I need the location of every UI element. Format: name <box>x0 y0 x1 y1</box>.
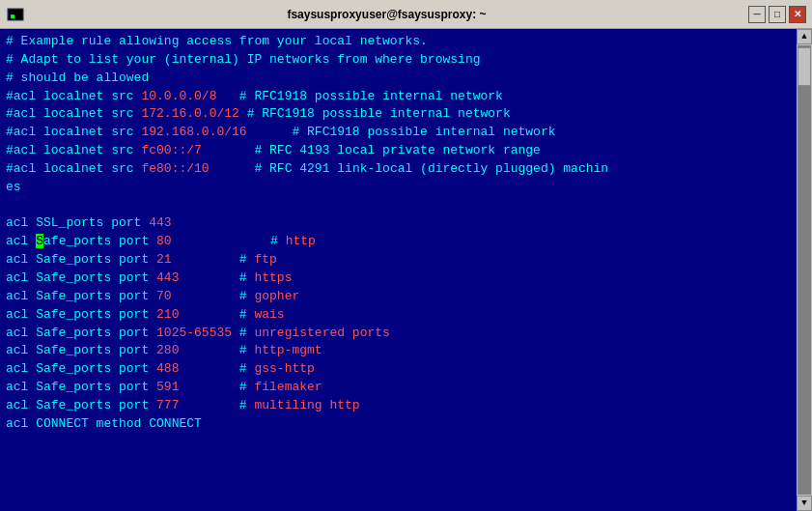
terminal-line-2: # Adapt to list your (internal) IP netwo… <box>6 51 791 70</box>
terminal-line-3: # should be allowed <box>6 70 791 88</box>
maximize-button[interactable]: □ <box>769 6 786 23</box>
app-icon: ■ <box>6 5 25 24</box>
terminal-line-16: acl Safe_ports port 210 # wais <box>6 306 791 325</box>
terminal-line-14: acl Safe_ports port 443 # https <box>6 270 791 288</box>
scrollbar-track[interactable] <box>798 45 811 495</box>
terminal-line-15: acl Safe_ports port 70 # gopher <box>6 288 791 306</box>
terminal-line-10 <box>6 197 791 215</box>
close-button[interactable]: ✕ <box>789 6 806 23</box>
window-controls: ─ □ ✕ <box>748 6 806 23</box>
terminal-line-11: acl SSL_ports port 443 <box>6 214 791 233</box>
minimize-button[interactable]: ─ <box>748 6 766 23</box>
terminal-line-18: acl Safe_ports port 280 # http-mgmt <box>6 342 791 360</box>
terminal-line-13: acl Safe_ports port 21 # ftp <box>6 251 791 270</box>
scrollbar[interactable]: ▲ ▼ <box>797 29 812 511</box>
window-title: fsaysusproxyuser@fsaysusproxy: ~ <box>25 8 748 21</box>
terminal-line-1: # Example rule allowing access from your… <box>6 33 791 51</box>
terminal-line-8: #acl localnet src fe80::/10 # RFC 4291 l… <box>6 160 791 179</box>
terminal-line-21: acl Safe_ports port 777 # multiling http <box>6 397 791 415</box>
terminal-line-4: #acl localnet src 10.0.0.0/8 # RFC1918 p… <box>6 88 791 106</box>
terminal-line-9: es <box>6 179 791 197</box>
scroll-down-arrow[interactable]: ▼ <box>797 496 812 511</box>
scrollbar-thumb[interactable] <box>798 47 811 86</box>
terminal-content[interactable]: # Example rule allowing access from your… <box>0 29 797 511</box>
scroll-up-arrow[interactable]: ▲ <box>797 29 812 44</box>
titlebar: ■ fsaysusproxyuser@fsaysusproxy: ~ ─ □ ✕ <box>0 0 812 29</box>
terminal-wrapper: # Example rule allowing access from your… <box>0 29 812 511</box>
terminal-line-7: #acl localnet src fc00::/7 # RFC 4193 lo… <box>6 142 791 160</box>
terminal-line-22: acl CONNECT method CONNECT <box>6 415 791 434</box>
terminal-line-20: acl Safe_ports port 591 # filemaker <box>6 379 791 397</box>
terminal-line-19: acl Safe_ports port 488 # gss-http <box>6 360 791 379</box>
terminal-line-12: acl Safe_ports port 80 # http <box>6 233 791 251</box>
terminal-line-6: #acl localnet src 192.168.0.0/16 # RFC19… <box>6 124 791 142</box>
terminal-line-17: acl Safe_ports port 1025-65535 # unregis… <box>6 325 791 343</box>
terminal-line-5: #acl localnet src 172.16.0.0/12 # RFC191… <box>6 105 791 124</box>
